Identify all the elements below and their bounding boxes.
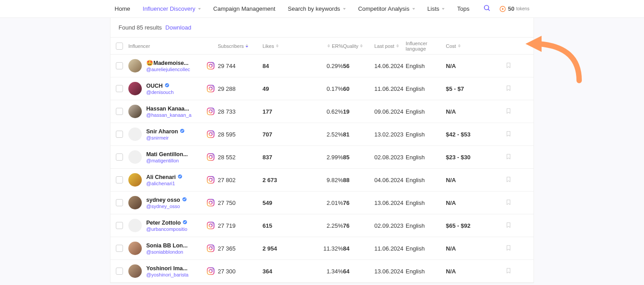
row-checkbox[interactable] <box>116 153 123 161</box>
col-er[interactable]: ER% <box>316 43 343 49</box>
col-likes[interactable]: Likes <box>263 43 316 49</box>
likes-value: 707 <box>263 131 316 138</box>
lastpost-value: 02.09.2023 <box>374 222 406 229</box>
bookmark-icon[interactable] <box>505 267 512 276</box>
quality-value: 76 <box>343 222 374 229</box>
influencer-cell[interactable]: Sonia BB Lon...@soniabblondon <box>128 242 218 255</box>
influencer-cell[interactable]: OUCH@denisouch <box>128 82 218 95</box>
nav-campaign-management[interactable]: Campaign Management <box>213 5 275 12</box>
nav-competitor-analysis[interactable]: Competitor Analysis <box>358 5 415 12</box>
nav-tops[interactable]: Tops <box>457 5 469 12</box>
select-all-checkbox[interactable] <box>116 43 123 50</box>
row-checkbox[interactable] <box>116 245 123 252</box>
likes-value: 2 673 <box>263 177 316 183</box>
cost-value: N/A <box>446 245 495 252</box>
row-checkbox[interactable] <box>116 176 123 183</box>
col-lang[interactable]: Influencer language <box>406 41 446 51</box>
influencer-cell[interactable]: Mati Gentillon...@matigentillon <box>128 150 218 164</box>
instagram-icon <box>206 84 215 93</box>
row-checkbox[interactable] <box>116 268 123 275</box>
lang-value: English <box>406 131 446 138</box>
svg-rect-4 <box>208 63 214 69</box>
quality-value: 60 <box>343 85 374 92</box>
influencer-cell[interactable]: Ali Chenari@alichenari1 <box>128 173 218 187</box>
cost-value: N/A <box>446 177 495 183</box>
download-link[interactable]: Download <box>165 24 191 31</box>
bookmark-icon[interactable] <box>505 85 512 93</box>
nav-influencer-discovery[interactable]: Influencer Discovery <box>143 5 201 12</box>
cost-value: $23 - $30 <box>446 154 495 161</box>
nav-lists[interactable]: Lists <box>428 5 445 12</box>
influencer-name: Mati Gentillon... <box>146 151 202 157</box>
col-cost[interactable]: Cost <box>446 43 495 49</box>
nav-home[interactable]: Home <box>114 5 130 12</box>
bookmark-icon[interactable] <box>505 221 512 230</box>
col-lastpost[interactable]: Last post <box>374 43 406 49</box>
row-select-cell <box>110 199 128 206</box>
influencer-text: Sonia BB Lon...@soniabblondon <box>146 242 202 255</box>
bookmark-icon[interactable] <box>505 244 512 253</box>
tokens-label: tokens <box>516 6 529 11</box>
bookmark-cell <box>495 130 522 139</box>
row-checkbox[interactable] <box>116 108 123 115</box>
tokens-counter[interactable]: 50 tokens <box>499 5 530 13</box>
row-checkbox[interactable] <box>116 222 123 229</box>
col-subscribers[interactable]: Subscribers <box>218 43 263 49</box>
row-checkbox[interactable] <box>116 199 123 206</box>
bookmark-cell <box>495 62 522 70</box>
influencer-name: sydney osso <box>146 197 202 203</box>
verified-icon <box>182 220 187 226</box>
svg-point-0 <box>484 5 489 10</box>
svg-point-20 <box>212 155 213 156</box>
influencer-cell[interactable]: Peter Zottolo@urbancompositio <box>128 219 218 232</box>
influencer-handle: @hassan_kanaan_a <box>146 112 202 118</box>
cost-value: N/A <box>446 268 495 275</box>
svg-rect-30 <box>208 222 214 229</box>
search-icon[interactable] <box>483 4 491 13</box>
quality-value: 76 <box>343 200 374 206</box>
influencer-cell[interactable]: Snir Aharon@snirmeir <box>128 128 218 141</box>
row-checkbox[interactable] <box>116 62 123 69</box>
instagram-icon <box>206 175 215 184</box>
row-checkbox[interactable] <box>116 85 123 92</box>
bookmark-icon[interactable] <box>505 130 512 139</box>
influencer-handle: @urbancompositio <box>146 226 202 232</box>
quality-value: 64 <box>343 268 374 275</box>
influencer-name: Ali Chenari <box>146 174 202 180</box>
bookmark-icon[interactable] <box>505 176 512 184</box>
col-influencer[interactable]: Influencer <box>128 43 218 49</box>
table-row: Sonia BB Lon...@soniabblondon27 3652 954… <box>110 237 534 260</box>
influencer-cell[interactable]: sydney osso@sydney_osso <box>128 196 218 209</box>
bookmark-icon[interactable] <box>505 62 512 70</box>
avatar <box>128 82 142 95</box>
col-quality[interactable]: Quality <box>343 43 374 49</box>
bookmark-icon[interactable] <box>505 107 512 116</box>
likes-value: 177 <box>263 108 316 115</box>
influencer-handle: @matigentillon <box>146 158 202 163</box>
chevron-down-icon <box>198 8 201 10</box>
subscribers-value: 27 719 <box>218 222 263 229</box>
bookmark-icon[interactable] <box>505 153 512 162</box>
row-select-cell <box>110 85 128 92</box>
nav-search-keywords[interactable]: Search by keywords <box>288 5 346 12</box>
subscribers-value: 28 552 <box>218 154 263 161</box>
annotation-arrow-icon <box>525 31 584 86</box>
influencer-cell[interactable]: Hassan Kanaa...@hassan_kanaan_a <box>128 105 218 118</box>
influencer-cell[interactable]: Yoshinori Ima...@yoshinori_barista <box>128 264 218 278</box>
nav-discovery-label: Influencer Discovery <box>143 5 195 12</box>
subscribers-value: 27 365 <box>218 245 263 252</box>
subscribers-value: 28 733 <box>218 108 263 115</box>
bookmark-cell <box>495 107 522 116</box>
influencer-handle: @yoshinori_barista <box>146 272 202 277</box>
bookmark-cell <box>495 221 522 230</box>
row-checkbox[interactable] <box>116 131 123 138</box>
table-row: 🤩Mademoise...@aureliejuliencollec29 7448… <box>110 55 534 77</box>
influencer-text: 🤩Mademoise...@aureliejuliencollec <box>146 60 202 72</box>
bookmark-icon[interactable] <box>505 199 512 207</box>
instagram-icon <box>206 244 215 253</box>
influencer-cell[interactable]: 🤩Mademoise...@aureliejuliencollec <box>128 59 218 72</box>
table-row: Yoshinori Ima...@yoshinori_barista27 300… <box>110 260 534 283</box>
er-value: 2.99% <box>316 154 343 161</box>
instagram-icon <box>206 107 215 116</box>
influencer-text: Hassan Kanaa...@hassan_kanaan_a <box>146 106 202 118</box>
